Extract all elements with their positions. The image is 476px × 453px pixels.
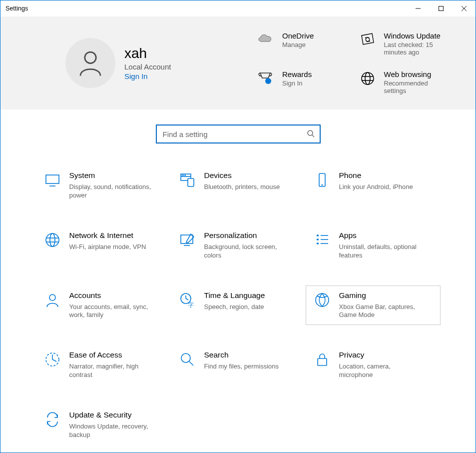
category-title: Apps [339, 231, 424, 240]
quick-link-windows-update[interactable]: Windows Update Last checked: 15 minutes … [358, 32, 446, 56]
category-gaming[interactable]: GamingXbox Game Bar, captures, Game Mode [306, 286, 441, 326]
svg-point-41 [181, 354, 190, 362]
svg-point-17 [182, 175, 182, 176]
svg-line-42 [189, 362, 193, 366]
category-sub: Link your Android, iPhone [339, 183, 413, 192]
quick-link-web-browsing[interactable]: Web browsing Recommended settings [358, 70, 446, 94]
svg-rect-1 [439, 6, 444, 11]
svg-rect-20 [319, 174, 325, 186]
window-title: Settings [5, 5, 28, 12]
category-apps[interactable]: AppsUninstall, defaults, optional featur… [306, 226, 441, 266]
category-personalization[interactable]: PersonalizationBackground, lock screen, … [171, 226, 306, 266]
profile-block: xah Local Account Sign In [65, 32, 240, 94]
category-sub: Speech, region, date [204, 303, 265, 312]
category-sub: Windows Update, recovery, backup [69, 422, 154, 440]
svg-point-4 [85, 52, 96, 64]
category-search[interactable]: SearchFind my files, permissions [171, 345, 306, 385]
category-title: Search [204, 350, 279, 360]
category-sub: Background, lock screen, colors [204, 243, 289, 260]
profile-name: xah [124, 46, 171, 62]
phone-icon [314, 172, 330, 188]
category-privacy[interactable]: PrivacyLocation, camera, microphone [306, 345, 441, 385]
devices-icon [179, 172, 195, 188]
category-title: Time & Language [204, 291, 265, 300]
svg-point-7 [365, 72, 370, 84]
svg-rect-43 [318, 358, 327, 366]
category-title: Gaming [339, 291, 424, 300]
category-ease-of-access[interactable]: Ease of AccessNarrator, magnifier, high … [36, 345, 171, 385]
update-icon [360, 32, 375, 46]
title-bar: Settings [0, 0, 476, 16]
svg-line-37 [186, 298, 188, 300]
svg-point-6 [362, 72, 374, 84]
quick-link-title: OneDrive [282, 32, 314, 40]
profile-account-type: Local Account [124, 62, 171, 71]
search-icon [307, 130, 315, 139]
category-title: Phone [339, 171, 413, 180]
svg-point-22 [46, 234, 59, 246]
search-wrap [0, 124, 476, 144]
search-input[interactable] [162, 130, 307, 139]
category-accounts[interactable]: AccountsYour accounts, email, sync, work… [36, 286, 171, 326]
category-title: Devices [204, 171, 280, 180]
gaming-icon [314, 292, 330, 308]
svg-point-10 [308, 130, 313, 136]
categories-grid: SystemDisplay, sound, notifications, pow… [0, 166, 476, 445]
globe-icon [360, 71, 375, 86]
system-icon [44, 172, 60, 188]
maximize-button[interactable] [430, 0, 453, 16]
svg-rect-12 [46, 175, 59, 184]
category-title: Ease of Access [69, 350, 154, 360]
quick-link-onedrive[interactable]: OneDrive Manage [255, 32, 343, 56]
category-sub: Uninstall, defaults, optional features [339, 243, 424, 260]
person-icon [78, 50, 103, 77]
quick-link-sub: Recommended settings [384, 80, 446, 94]
category-sub: Location, camera, microphone [339, 362, 424, 380]
search-icon [179, 352, 195, 368]
quick-link-title: Rewards [282, 70, 312, 78]
category-sub: Display, sound, notifications, power [69, 183, 154, 200]
svg-rect-15 [188, 178, 194, 186]
category-time-language[interactable]: 字 Time & LanguageSpeech, region, date [171, 286, 306, 326]
sync-icon [44, 412, 60, 428]
profile-signin-link[interactable]: Sign In [124, 72, 171, 80]
quick-link-title: Web browsing [384, 70, 446, 78]
svg-point-34 [49, 294, 55, 300]
quick-link-sub: Manage [282, 41, 314, 48]
category-sub: Find my files, permissions [204, 362, 279, 371]
category-update-security[interactable]: Update & SecurityWindows Update, recover… [36, 405, 171, 445]
settings-header: xah Local Account Sign In OneDrive Manag… [0, 16, 476, 110]
category-network[interactable]: Network & InternetWi-Fi, airplane mode, … [36, 226, 171, 266]
category-title: Accounts [69, 291, 154, 300]
lock-icon [314, 352, 330, 368]
category-sub: Your accounts, email, sync, work, family [69, 303, 154, 320]
quick-link-rewards[interactable]: Rewards Sign In [255, 70, 343, 94]
time-language-icon: 字 [179, 292, 195, 308]
minimize-button[interactable] [407, 0, 430, 16]
quick-link-sub: Last checked: 15 minutes ago [384, 41, 446, 56]
category-title: Personalization [204, 231, 289, 240]
avatar [65, 38, 115, 88]
quick-link-title: Windows Update [384, 32, 446, 40]
category-title: Privacy [339, 350, 424, 360]
category-phone[interactable]: PhoneLink your Android, iPhone [306, 166, 441, 206]
ease-of-access-icon [44, 352, 60, 368]
rewards-icon [257, 71, 273, 85]
category-devices[interactable]: DevicesBluetooth, printers, mouse [171, 166, 306, 206]
svg-point-5 [265, 78, 271, 84]
category-title: System [69, 171, 154, 180]
apps-icon [314, 232, 330, 248]
globe-icon [44, 232, 60, 248]
category-sub: Xbox Game Bar, captures, Game Mode [339, 303, 424, 320]
category-title: Update & Security [69, 410, 154, 420]
svg-text:字: 字 [188, 302, 194, 308]
svg-point-39 [316, 294, 329, 306]
search-box[interactable] [156, 124, 321, 144]
svg-point-18 [183, 175, 184, 176]
close-button[interactable] [453, 0, 476, 16]
category-system[interactable]: SystemDisplay, sound, notifications, pow… [36, 166, 171, 206]
category-sub: Bluetooth, printers, mouse [204, 183, 280, 192]
accounts-icon [44, 292, 60, 308]
category-sub: Wi-Fi, airplane mode, VPN [69, 243, 146, 252]
category-sub: Narrator, magnifier, high contrast [69, 362, 154, 380]
